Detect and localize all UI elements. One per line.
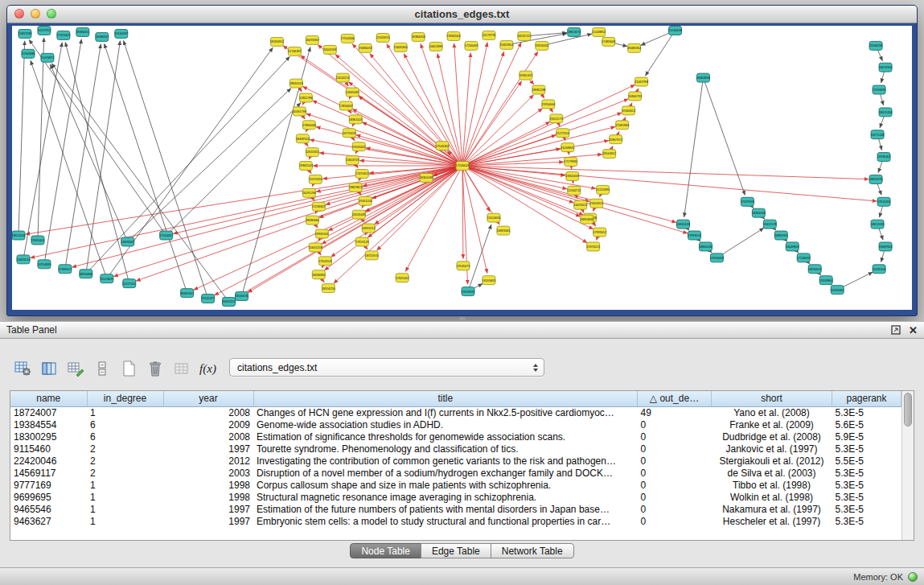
graph-node[interactable]: 18544651 [602, 150, 616, 159]
graph-node[interactable]: 15824747 [346, 156, 359, 165]
graph-edge[interactable] [717, 228, 763, 257]
graph-node[interactable]: 16893347 [121, 237, 134, 246]
graph-node[interactable]: 18725974 [365, 251, 379, 260]
graph-node[interactable]: 12164712 [567, 186, 581, 195]
graph-node[interactable]: 19687824 [879, 242, 893, 251]
graph-node[interactable]: 18816109 [290, 79, 303, 88]
graph-node[interactable]: 18485904 [627, 43, 641, 52]
graph-node[interactable]: 17894407 [339, 101, 353, 110]
graph-node[interactable]: 16476412 [573, 200, 587, 209]
graph-node[interactable]: 17614261 [877, 197, 891, 206]
graph-node[interactable]: 15476871 [41, 53, 55, 62]
graph-node[interactable]: 18234012 [808, 265, 822, 274]
graph-node[interactable]: 18405907 [180, 289, 194, 298]
network-canvas[interactable]: 17240041 18816109 12852786 20091798 1789… [12, 26, 912, 310]
graph-node[interactable]: 18950846 [79, 270, 92, 278]
import-table-icon[interactable] [170, 358, 192, 379]
graph-node[interactable]: 16810976 [869, 175, 883, 183]
graph-edge[interactable] [38, 38, 44, 241]
zoom-window-button[interactable] [47, 9, 56, 19]
table-selector-combobox[interactable]: citations_edges.txt [229, 358, 544, 377]
graph-node[interactable]: 18612034 [12, 231, 25, 240]
graph-node[interactable]: 19145471 [457, 262, 470, 270]
graph-edge[interactable] [302, 87, 462, 166]
graph-node[interactable]: 19161204 [359, 196, 372, 205]
column-header-year[interactable]: year [163, 391, 253, 406]
column-header-short[interactable]: short [712, 391, 832, 406]
table-row[interactable]: 911546021997Tourette syndrome. Phenomeno… [10, 443, 901, 455]
graph-edge[interactable] [136, 166, 462, 281]
graph-edge[interactable] [44, 39, 81, 265]
graph-node[interactable]: 17554300 [341, 34, 355, 43]
graph-node[interactable]: 17240041 [456, 162, 470, 171]
graph-edge[interactable] [368, 166, 462, 237]
graph-node[interactable]: 19344612 [622, 106, 635, 115]
graph-node[interactable]: 16611839 [429, 42, 443, 51]
graph-node[interactable]: 17324523 [318, 257, 332, 266]
tab-edge-table[interactable]: Edge Table [421, 543, 491, 558]
graph-node[interactable]: 12665481 [346, 88, 359, 97]
graph-edge[interactable] [462, 166, 580, 216]
graph-node[interactable]: 21173776 [483, 31, 496, 39]
graph-node[interactable]: 17081983 [615, 121, 629, 130]
graph-edge[interactable] [51, 64, 228, 302]
column-header-in-degree[interactable]: in_degree [87, 391, 163, 406]
graph-edge[interactable] [113, 166, 462, 277]
graph-node[interactable]: 18981238 [532, 85, 545, 94]
graph-node[interactable]: 21035104 [873, 265, 886, 274]
minimize-window-button[interactable] [31, 9, 40, 19]
graph-node[interactable]: 20245081 [831, 286, 844, 295]
function-builder-icon[interactable]: f(x) [197, 358, 219, 379]
graph-node[interactable]: 18412434 [879, 108, 893, 117]
table-row[interactable]: 1830029562008Estimation of significance … [10, 431, 901, 443]
graph-node[interactable]: 19412178 [763, 220, 777, 229]
graph-edge[interactable] [65, 43, 129, 284]
graph-node[interactable]: 17485608 [602, 37, 615, 46]
graph-node[interactable]: 12852786 [299, 93, 313, 102]
column-header-title[interactable]: title [253, 391, 638, 406]
graph-edge[interactable] [462, 122, 550, 166]
graph-node[interactable]: 22024213 [336, 73, 350, 82]
graph-node[interactable]: 17293876 [873, 85, 886, 94]
graph-node[interactable]: 18463418 [752, 208, 766, 217]
float-panel-icon[interactable] [891, 325, 901, 335]
graph-node[interactable]: 17625402 [396, 274, 409, 282]
graph-edge[interactable] [462, 166, 869, 179]
graph-node[interactable]: 18301098 [420, 173, 433, 182]
graph-edge[interactable] [462, 51, 504, 166]
graph-edge[interactable] [29, 39, 166, 235]
graph-edge[interactable] [86, 56, 290, 274]
graph-edge[interactable] [462, 113, 622, 166]
graph-node[interactable]: 16209831 [561, 143, 574, 152]
graph-node[interactable]: 21277013 [556, 129, 569, 138]
graph-node[interactable]: 19249804 [819, 276, 833, 285]
graph-node[interactable]: 17470459 [56, 31, 70, 39]
graph-node[interactable]: 20433214 [17, 255, 31, 264]
graph-edge[interactable] [645, 31, 675, 76]
tab-network-table[interactable]: Network Table [491, 543, 574, 558]
graph-node[interactable]: 16754839 [38, 260, 51, 269]
graph-node[interactable]: 16959212 [362, 224, 376, 233]
graph-node[interactable]: 18204250 [322, 284, 335, 293]
table-row[interactable]: 969969511998Structural magnetic resonanc… [10, 492, 901, 504]
window-titlebar[interactable]: citations_edges.txt [7, 6, 917, 23]
graph-node[interactable]: 18580840 [306, 216, 319, 225]
graph-edge[interactable] [194, 166, 462, 290]
tab-node-table[interactable]: Node Table [350, 543, 421, 558]
close-panel-icon[interactable]: ✕ [909, 325, 918, 336]
graph-node[interactable]: 15935401 [877, 153, 891, 162]
delete-table-icon[interactable] [144, 358, 166, 379]
graph-node[interactable]: 18361423 [349, 115, 363, 124]
graph-edge[interactable] [387, 44, 462, 166]
graph-node[interactable]: 18813274 [567, 27, 581, 36]
graph-node[interactable]: 22005931 [323, 45, 337, 54]
graph-node[interactable]: 19416921 [589, 199, 603, 208]
table-row[interactable]: 2242004622012Investigating the contribut… [10, 455, 901, 468]
graph-node[interactable]: 19412175 [549, 114, 563, 123]
graph-node[interactable]: 20160087 [114, 29, 128, 38]
graph-node[interactable]: 17236827 [312, 202, 326, 211]
graph-node[interactable]: 16961425 [519, 71, 532, 80]
graph-node[interactable]: 18160135 [235, 292, 248, 301]
edit-table-icon[interactable] [64, 358, 86, 379]
graph-node[interactable]: 19926058 [710, 253, 724, 262]
